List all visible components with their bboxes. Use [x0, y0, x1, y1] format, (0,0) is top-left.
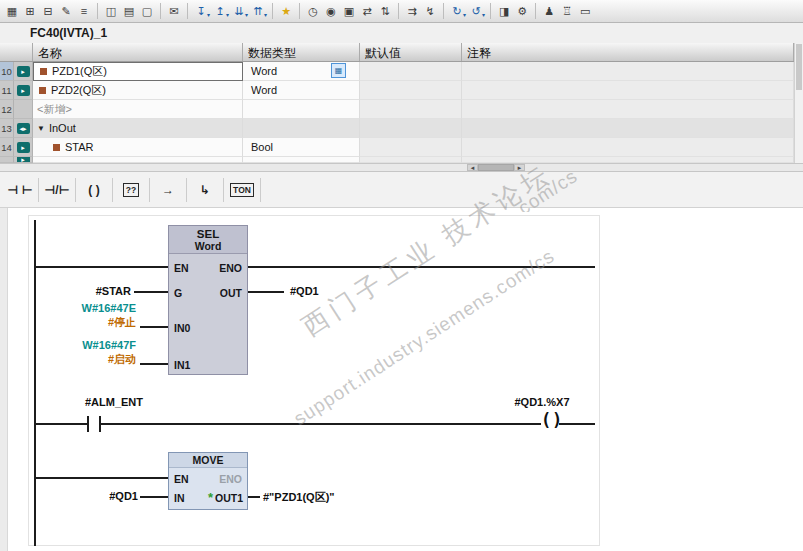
var-default-cell — [360, 119, 462, 138]
var-default-cell[interactable] — [360, 138, 462, 157]
var-type-cell — [243, 119, 360, 138]
sort-icon[interactable]: ≡ — [75, 2, 93, 20]
split-view-icon[interactable]: ◫ — [102, 2, 120, 20]
dropdown-caret-icon[interactable]: ▾ — [245, 11, 248, 18]
sel-datatype[interactable]: Word — [169, 240, 247, 252]
splitter-bar[interactable]: ◄ ► — [0, 163, 803, 172]
var-comment-cell[interactable] — [462, 81, 794, 100]
scroll-left-button[interactable]: ◄ — [467, 164, 478, 171]
dropdown-caret-icon[interactable]: ▾ — [207, 11, 210, 18]
table-row: 14 ▸ STAR Bool — [0, 138, 794, 157]
canvas-left-margin — [0, 208, 8, 551]
open-branch-button[interactable]: → — [153, 176, 183, 204]
operand-in1-constant[interactable]: W#16#47F — [50, 339, 136, 351]
toolbar-separator — [535, 3, 536, 19]
operand-move-in[interactable]: #QD1 — [92, 490, 138, 502]
var-type: Word — [251, 65, 277, 77]
table-row: 13 ◂▸ ▼ InOut — [0, 119, 794, 138]
var-type-cell[interactable]: Word — [243, 81, 360, 100]
row-number[interactable]: 11 — [0, 81, 14, 100]
snapshot-icon[interactable]: ▣ — [340, 2, 358, 20]
pin-out1-wrap: * OUT1 — [208, 490, 243, 505]
row-number[interactable]: 14 — [0, 138, 14, 157]
archive-icon[interactable]: ▭ — [576, 2, 594, 20]
scrollbar-thumb[interactable] — [796, 44, 802, 90]
compare-icon[interactable]: ◨ — [495, 2, 513, 20]
row-number[interactable]: 10 — [0, 62, 14, 81]
contact-no-button[interactable]: ⊣ ⊢ — [5, 176, 35, 204]
sel-instruction-box[interactable]: SEL Word EN ENO G OUT IN0 IN1 — [168, 225, 248, 375]
contact-alm-ent[interactable] — [87, 416, 89, 432]
user-icon[interactable]: ♟ — [540, 2, 558, 20]
add-new-row-cell[interactable]: <新增> — [33, 100, 243, 119]
wire — [248, 496, 260, 498]
delete-row-icon[interactable]: ⊟ — [39, 2, 57, 20]
move-instruction-box[interactable]: MOVE EN ENO IN * OUT1 — [168, 452, 248, 510]
name-column-header: 名称 — [33, 43, 243, 61]
pin-eno: ENO — [219, 473, 242, 485]
dropdown-caret-icon[interactable]: ▾ — [226, 11, 229, 18]
edit-icon[interactable]: ✎ — [57, 2, 75, 20]
block-title: FC40(IVTA)_1 — [0, 23, 803, 43]
operand-star[interactable]: #STAR — [55, 285, 131, 297]
coil-right-paren[interactable]: ) — [552, 412, 562, 429]
watch-icon[interactable]: ◉ — [322, 2, 340, 20]
monitor-clock-icon[interactable]: ◷ — [304, 2, 322, 20]
swap-icon[interactable]: ⇅ — [376, 2, 394, 20]
operand-in0-constant[interactable]: W#16#47E — [50, 302, 136, 314]
type-picker-button[interactable]: ▦ — [331, 63, 346, 78]
library-icon[interactable]: ♖ — [558, 2, 576, 20]
wire — [36, 477, 168, 479]
wire — [140, 326, 168, 328]
jump-icon[interactable]: ⇉ — [403, 2, 421, 20]
var-type: Word — [251, 84, 277, 96]
var-name-cell[interactable]: PZD2(Q区) — [33, 81, 243, 100]
detail-view-icon[interactable]: ▤ — [120, 2, 138, 20]
var-default-cell[interactable] — [360, 81, 462, 100]
var-type-cell[interactable]: Bool — [243, 138, 360, 157]
empty-box-button[interactable]: ?? — [116, 176, 146, 204]
row-number[interactable]: 13 — [0, 119, 14, 138]
display-mode-icon[interactable]: ▦ — [3, 2, 21, 20]
coil-left-paren[interactable]: ( — [541, 412, 551, 429]
dropdown-caret-icon[interactable]: ▾ — [482, 11, 485, 18]
operand-qd1-out[interactable]: #QD1 — [290, 285, 319, 297]
pin-g: G — [174, 287, 182, 299]
var-default-cell[interactable] — [360, 62, 462, 81]
operand-alm-ent[interactable]: #ALM_ENT — [60, 396, 168, 408]
insert-row-icon[interactable]: ⊞ — [21, 2, 39, 20]
dropdown-caret-icon[interactable]: ▾ — [264, 11, 267, 18]
close-branch-button[interactable]: ↳ — [190, 176, 220, 204]
row-number[interactable]: 12 — [0, 100, 14, 119]
apply-values-icon[interactable]: ⇄ — [358, 2, 376, 20]
var-name-cell[interactable]: STAR — [33, 138, 243, 157]
collapse-triangle-icon[interactable]: ▼ — [37, 124, 45, 133]
var-output-icon: ▸ — [17, 66, 30, 77]
coil-button[interactable]: ( ) — [79, 176, 109, 204]
dropdown-caret-icon[interactable]: ▾ — [463, 11, 466, 18]
toolbar-separator — [490, 3, 491, 19]
operand-move-out[interactable]: #"PZD1(Q区)" — [263, 490, 335, 505]
scrollbar-thumb[interactable] — [478, 164, 514, 171]
comment-icon[interactable]: ✉ — [165, 2, 183, 20]
timer-ton-button[interactable]: TON — [227, 176, 257, 204]
operand-coil-qd1-x7[interactable]: #QD1.%X7 — [487, 396, 597, 408]
favorites-icon[interactable]: ★ — [277, 2, 295, 20]
wire — [559, 423, 595, 425]
contact-nc-button[interactable]: ⊣/⊢ — [42, 176, 72, 204]
toolbar-separator — [443, 3, 444, 19]
var-comment-cell[interactable] — [462, 138, 794, 157]
trace-icon[interactable]: ↯ — [421, 2, 439, 20]
var-name-cell[interactable]: PZD1(Q区) — [33, 62, 243, 81]
scroll-right-button[interactable]: ► — [514, 164, 525, 171]
section-header-cell[interactable]: ▼ InOut — [33, 119, 243, 138]
pin-in1: IN1 — [174, 359, 190, 371]
var-type-cell[interactable]: Word ▦ — [243, 62, 360, 81]
var-comment-cell[interactable] — [462, 62, 794, 81]
pin-eno: ENO — [219, 262, 242, 274]
operand-in1-symbol[interactable]: #启动 — [50, 352, 136, 367]
window-icon[interactable]: ▢ — [138, 2, 156, 20]
settings-icon[interactable]: ⚙ — [513, 2, 531, 20]
table-vertical-scrollbar[interactable] — [794, 43, 803, 163]
operand-in0-symbol[interactable]: #停止 — [50, 315, 136, 330]
